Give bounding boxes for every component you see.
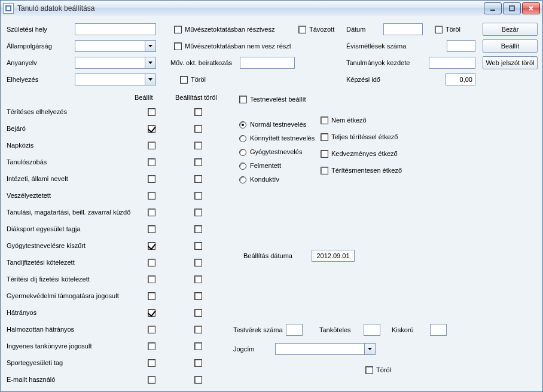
row-cb-clear-tanuloszobas[interactable] (194, 158, 202, 166)
field-tankoteles[interactable] (364, 324, 380, 336)
button-bezar[interactable]: Bezár (483, 23, 538, 36)
row-cb-set-sportegyesulet[interactable] (148, 359, 155, 367)
field-szuletesi-hely[interactable] (75, 23, 156, 35)
close-button[interactable] (522, 2, 540, 14)
row-cb-clear-email[interactable] (194, 376, 202, 384)
row-cb-clear-hatranyos[interactable] (194, 309, 202, 317)
label-teritesmentes: Térítésmentesen étkező (331, 167, 402, 174)
row-cb-set-tandij[interactable] (148, 259, 155, 267)
row-cb-clear-halmozottan[interactable] (194, 326, 202, 333)
row-cb-clear-bejaro[interactable] (194, 125, 202, 133)
row-cb-set-teritesi-dij[interactable] (148, 275, 155, 283)
field-testverek-szama[interactable] (286, 324, 303, 336)
field-kepzesi-ido[interactable]: 0,00 (446, 74, 475, 85)
checkbox-tavozott[interactable] (298, 26, 306, 33)
row-cb-set-teriteses[interactable] (148, 108, 155, 116)
label-konduktiv: Konduktív (250, 176, 279, 183)
row-cb-set-gyogytestnev[interactable] (148, 242, 155, 250)
column-header-beallit: Beállít (135, 94, 153, 101)
row-cb-set-tan-zavar[interactable] (148, 209, 155, 216)
row-cb-clear-diaksport[interactable] (194, 225, 202, 233)
label-anyanyelv: Anyanyelv (7, 59, 37, 66)
label-allampolgarsag: Állampolgárság (7, 42, 52, 50)
field-datum[interactable] (383, 23, 423, 35)
maximize-button[interactable] (503, 2, 521, 14)
row-label-tan-zavar: Tanulási, magatartási, beill. zavarral k… (7, 209, 130, 216)
checkbox-muveszet-nem[interactable] (174, 42, 182, 50)
field-muv-beiratkozas[interactable] (240, 57, 295, 69)
row-cb-set-gyermekvedelmi[interactable] (148, 292, 155, 300)
row-cb-clear-tan-zavar[interactable] (194, 209, 202, 216)
radio-felmentett[interactable] (239, 163, 246, 170)
radio-konnyitett-testneveles[interactable] (239, 135, 246, 142)
combo-jogcim[interactable] (275, 343, 376, 355)
row-cb-clear-teriteses[interactable] (194, 108, 202, 116)
radio-gyogytestneveles[interactable] (239, 149, 246, 156)
row-cb-clear-intezeti[interactable] (194, 175, 202, 183)
titlebar[interactable]: Tanuló adatok beállítása (1, 1, 542, 17)
svg-marker-8 (148, 78, 152, 81)
label-tanulmanyok-kezdete: Tanulmányok kezdete (346, 59, 410, 66)
checkbox-torol-2[interactable] (435, 26, 443, 33)
row-cb-clear-veszelyeztetett[interactable] (194, 192, 202, 200)
row-cb-clear-napkozis[interactable] (194, 142, 202, 149)
label-nem-etkezo: Nem étkező (331, 117, 367, 124)
chevron-down-icon (145, 74, 155, 85)
field-kiskoru[interactable] (430, 324, 447, 336)
row-cb-clear-gyermekvedelmi[interactable] (194, 292, 202, 300)
row-cb-clear-gyogytestnev[interactable] (194, 242, 202, 250)
label-kiskoru: Kiskorú (392, 326, 414, 333)
student-settings-window: Tanuló adatok beállítása Születési hely … (0, 0, 543, 392)
row-cb-set-diaksport[interactable] (148, 225, 155, 233)
row-cb-set-hatranyos[interactable] (148, 309, 155, 317)
field-beallitas-datuma[interactable]: 2012.09.01 (312, 250, 355, 262)
row-cb-set-napkozis[interactable] (148, 142, 155, 149)
label-tavozott: Távozott (309, 26, 334, 33)
row-cb-set-veszelyeztetett[interactable] (148, 192, 155, 200)
row-cb-set-ingyenes-tk[interactable] (148, 342, 155, 350)
svg-marker-9 (368, 348, 372, 350)
minimize-button[interactable] (484, 2, 502, 14)
row-cb-clear-sportegyesulet[interactable] (194, 359, 202, 367)
row-label-tanuloszobas: Tanulószobás (7, 158, 47, 166)
row-cb-set-bejaro[interactable] (148, 125, 155, 133)
window-title: Tanuló adatok beállítása (17, 4, 484, 13)
checkbox-torol-bottom[interactable] (365, 366, 373, 374)
field-tanulmanyok-kezdete[interactable] (429, 57, 475, 69)
row-cb-set-intezeti[interactable] (148, 175, 155, 183)
row-label-teriteses: Térítéses elhelyezés (7, 108, 67, 115)
checkbox-muveszet-resztvesz[interactable] (174, 26, 182, 33)
checkbox-teritesmentes[interactable] (321, 167, 328, 174)
label-muveszet-resztvesz: Művészetoktatásban résztvesz (185, 26, 274, 33)
svg-marker-6 (148, 45, 152, 47)
label-datum: Dátum (346, 26, 365, 33)
row-cb-set-email[interactable] (148, 376, 155, 384)
combo-anyanyelv[interactable] (75, 57, 156, 69)
field-evismetles[interactable] (447, 40, 475, 52)
row-cb-set-halmozottan[interactable] (148, 326, 155, 333)
row-cb-clear-ingyenes-tk[interactable] (194, 342, 202, 350)
label-gyogytestneveles: Gyógytestnevelés (250, 148, 302, 155)
checkbox-teljes-teritessel[interactable] (321, 133, 328, 141)
label-jogcim: Jogcím (233, 345, 254, 353)
combo-elhelyezes[interactable] (75, 74, 156, 85)
label-tankoteles: Tanköteles (319, 326, 351, 333)
row-label-bejaro: Bejáró (7, 125, 26, 132)
combo-allampolgarsag[interactable] (75, 40, 156, 52)
row-label-diaksport: Diáksport egyesület tagja (7, 225, 81, 232)
row-cb-set-tanuloszobas[interactable] (148, 158, 155, 166)
checkbox-testnevelest-beallit[interactable] (239, 96, 247, 103)
radio-konduktiv[interactable] (239, 176, 246, 183)
svg-rect-1 (7, 7, 10, 10)
label-teljes-teritessel: Teljes térítéssel étkező (331, 133, 398, 140)
checkbox-torol-1[interactable] (180, 76, 188, 84)
button-beallit[interactable]: Beállít (483, 39, 538, 53)
row-cb-clear-teritesi-dij[interactable] (194, 275, 202, 283)
checkbox-kedvezmenyes[interactable] (321, 150, 328, 158)
checkbox-nem-etkezo[interactable] (321, 117, 328, 124)
row-label-sportegyesulet: Sportegyesületi tag (7, 359, 63, 366)
radio-normal-testneveles[interactable] (239, 121, 246, 128)
row-cb-clear-tandij[interactable] (194, 259, 202, 267)
label-kepzesi-ido: Képzési idő (346, 76, 380, 83)
button-web-jelszo-torol[interactable]: Web jelszót töröl (483, 56, 538, 69)
